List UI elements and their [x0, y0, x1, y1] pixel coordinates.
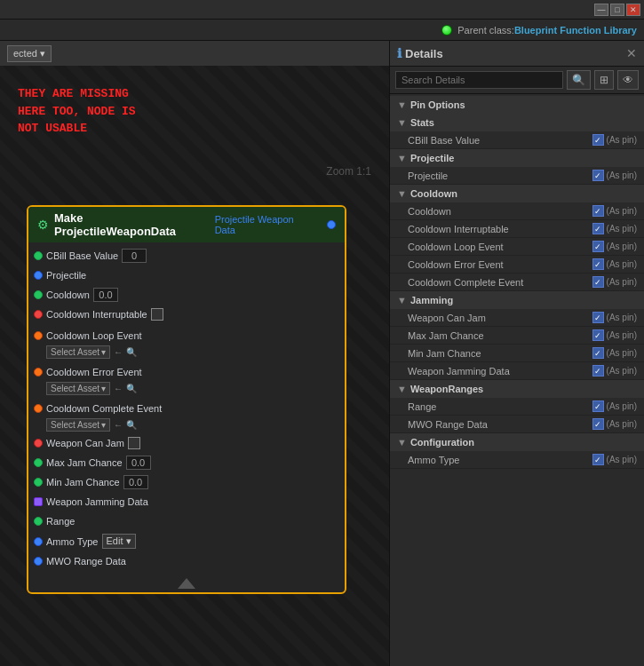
- min-jam-value[interactable]: 0.0: [123, 475, 148, 489]
- view-dropdown[interactable]: ected ▾: [7, 45, 52, 62]
- minimize-button[interactable]: —: [594, 4, 608, 16]
- node-row: MWO Range Data: [28, 551, 345, 571]
- pin-options-arrow: ▼: [397, 99, 407, 110]
- cooldown-complete-as-pin-checkbox[interactable]: [592, 276, 604, 288]
- search-icon-2[interactable]: 🔍: [126, 384, 137, 393]
- weapon-jamming-pin[interactable]: [34, 497, 43, 506]
- projectile-section-header[interactable]: ▼ Projectile: [390, 149, 644, 167]
- weapon-jamming-as-pin-checkbox[interactable]: [592, 365, 604, 377]
- cooldown-complete-pin[interactable]: [34, 404, 43, 413]
- range-pin[interactable]: [34, 517, 43, 526]
- arrow-left-icon[interactable]: ←: [114, 347, 123, 357]
- parent-class-label: Parent class:: [457, 25, 514, 36]
- pin-options-header[interactable]: ▼ Pin Options: [390, 96, 644, 114]
- ammo-type-edit-button[interactable]: Edit ▾: [102, 534, 136, 549]
- cooldown-interruptable-as-pin-checkbox[interactable]: [592, 223, 604, 234]
- cooldown-label: Cooldown: [46, 289, 90, 300]
- range-as-pin-checkbox[interactable]: [592, 400, 604, 412]
- cbill-as-pin-checkbox[interactable]: [592, 134, 604, 146]
- arrow-left-icon-2[interactable]: ←: [114, 384, 123, 393]
- projectile-arrow: ▼: [397, 153, 407, 163]
- maximize-button[interactable]: □: [610, 4, 624, 16]
- cooldown-pin[interactable]: [34, 290, 43, 299]
- as-pin-container: (As pin): [592, 276, 637, 288]
- cooldown-error-container: Cooldown Error Event Select Asset ▾ ← 🔍: [28, 361, 345, 397]
- error-line-2: HERE TOO, NODE IS: [18, 103, 136, 121]
- min-jam-pin[interactable]: [34, 478, 43, 487]
- mwo-range-as-pin-checkbox[interactable]: [592, 418, 604, 430]
- weapon-can-jam-checkbox[interactable]: [128, 437, 140, 449]
- jamming-section-header[interactable]: ▼ Jamming: [390, 291, 644, 309]
- collapse-icon[interactable]: [178, 578, 195, 589]
- cooldown-interruptable-pin[interactable]: [34, 310, 43, 319]
- configuration-arrow: ▼: [397, 437, 407, 448]
- weapon-can-jam-as-pin-checkbox[interactable]: [592, 312, 604, 323]
- parent-class-link[interactable]: Blueprint Function Library: [514, 25, 637, 36]
- cbill-label: CBill Base Value: [46, 250, 118, 261]
- mwo-range-pin[interactable]: [34, 557, 43, 566]
- projectile-pin[interactable]: [34, 271, 43, 280]
- max-jam-pin[interactable]: [34, 458, 43, 467]
- cooldown-interruptable-checkbox[interactable]: [151, 308, 163, 321]
- ammo-type-pin[interactable]: [34, 537, 43, 546]
- error-message: THEY ARE MISSING HERE TOO, NODE IS NOT U…: [18, 85, 136, 138]
- search-button[interactable]: 🔍: [567, 70, 591, 90]
- as-pin-container: (As pin): [592, 134, 637, 146]
- cooldown-loop-as-pin-label: (As pin): [607, 242, 637, 251]
- ammo-type-as-pin-checkbox[interactable]: [592, 454, 604, 465]
- min-jam-as-pin-checkbox[interactable]: [592, 347, 604, 359]
- eye-button[interactable]: 👁: [617, 70, 639, 90]
- arrow-left-icon-3[interactable]: ←: [114, 420, 123, 430]
- configuration-section-header[interactable]: ▼ Configuration: [390, 433, 644, 451]
- cooldown-interruptable-detail-label: Cooldown Interruptable: [408, 224, 592, 234]
- details-icon: ℹ: [397, 46, 402, 60]
- details-close-button[interactable]: ✕: [626, 46, 637, 60]
- details-header: ℹ Details ✕: [390, 41, 644, 67]
- weapon-can-jam-pin[interactable]: [34, 439, 43, 448]
- stats-section-header[interactable]: ▼ Stats: [390, 114, 644, 131]
- search-icon-3[interactable]: 🔍: [126, 420, 137, 430]
- cooldown-section-header[interactable]: ▼ Cooldown: [390, 185, 644, 202]
- cooldown-error-as-pin-checkbox[interactable]: [592, 258, 604, 270]
- detail-row: Cooldown Complete Event (As pin): [390, 274, 644, 291]
- select-asset-button-2[interactable]: Select Asset ▾: [46, 382, 110, 395]
- error-line-1: THEY ARE MISSING: [18, 85, 136, 103]
- weapon-ranges-section-header[interactable]: ▼ WeaponRanges: [390, 380, 644, 398]
- error-line-3: NOT USABLE: [18, 120, 136, 138]
- cooldown-value[interactable]: 0.0: [93, 288, 118, 302]
- range-as-pin-label: (As pin): [607, 401, 637, 411]
- canvas-topbar: ected ▾: [0, 41, 389, 66]
- weapon-can-jam-label: Weapon Can Jam: [46, 438, 124, 448]
- cooldown-loop-label: Cooldown Loop Event: [46, 330, 142, 341]
- max-jam-value[interactable]: 0.0: [126, 456, 151, 470]
- projectile-as-pin-checkbox[interactable]: [592, 170, 604, 181]
- details-title-text: Details: [405, 47, 443, 60]
- min-jam-detail-label: Min Jam Chance: [408, 348, 592, 359]
- search-icon[interactable]: 🔍: [126, 347, 137, 357]
- select-asset-button-3[interactable]: Select Asset ▾: [46, 418, 110, 432]
- mwo-range-label: MWO Range Data: [46, 556, 126, 567]
- ammo-type-label: Ammo Type: [46, 536, 99, 547]
- as-pin-container: (As pin): [592, 347, 637, 359]
- cooldown-loop-detail-label: Cooldown Loop Event: [408, 242, 592, 252]
- max-jam-detail-label: Max Jam Chance: [408, 330, 592, 341]
- node-row: Ammo Type Edit ▾: [28, 531, 345, 551]
- projectile-label: Projectile: [46, 270, 86, 281]
- detail-row: Ammo Type (As pin): [390, 451, 644, 469]
- cbill-value[interactable]: 0: [122, 249, 147, 263]
- node-row: Cooldown Interruptable: [28, 305, 345, 324]
- cooldown-arrow: ▼: [397, 188, 407, 199]
- cbill-pin[interactable]: [34, 251, 43, 260]
- select-asset-button[interactable]: Select Asset ▾: [46, 345, 110, 359]
- cooldown-complete-label: Cooldown Complete Event: [46, 403, 162, 414]
- cooldown-loop-as-pin-checkbox[interactable]: [592, 241, 604, 252]
- search-input[interactable]: [395, 71, 563, 89]
- node-row: Projectile: [28, 266, 345, 285]
- cooldown-as-pin-checkbox[interactable]: [592, 205, 604, 217]
- grid-view-button[interactable]: ⊞: [594, 70, 614, 90]
- close-button[interactable]: ✕: [626, 4, 640, 16]
- max-jam-as-pin-checkbox[interactable]: [592, 329, 604, 341]
- cooldown-loop-pin[interactable]: [34, 331, 43, 340]
- output-pin[interactable]: [327, 220, 336, 229]
- cooldown-error-pin[interactable]: [34, 368, 43, 377]
